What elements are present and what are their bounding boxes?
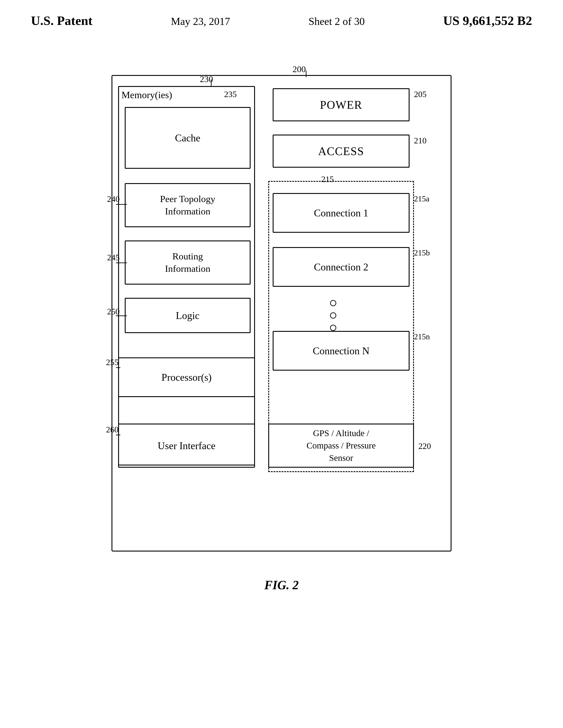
fig-caption: FIG. 2	[94, 578, 469, 592]
access-label: ACCESS	[318, 145, 364, 158]
connectionN-label: Connection N	[313, 345, 370, 357]
label-215: 215	[321, 174, 334, 184]
gps-box: GPS / Altitude /Compass / PressureSensor	[268, 424, 414, 468]
connectionN-box: Connection N	[273, 331, 410, 371]
label-205: 205	[414, 89, 427, 99]
dot-1	[330, 300, 336, 306]
label-250: 250	[107, 307, 120, 316]
patent-sheet: Sheet 2 of 30	[309, 15, 365, 27]
routing-box: RoutingInformation	[125, 240, 250, 285]
patent-left: U.S. Patent	[31, 13, 92, 28]
label-215a: 215a	[414, 194, 430, 203]
routing-label: RoutingInformation	[165, 250, 210, 275]
processor-label: Processor(s)	[161, 372, 211, 383]
cache-label: Cache	[175, 132, 200, 144]
power-label: POWER	[320, 98, 362, 111]
logic-label: Logic	[176, 310, 199, 321]
connection1-box: Connection 1	[273, 193, 410, 233]
dot-3	[330, 325, 336, 331]
arrow-240	[116, 204, 127, 205]
connection2-box: Connection 2	[273, 247, 410, 287]
user-interface-label: User Interface	[158, 440, 215, 452]
label-200: 200	[293, 64, 306, 74]
label-210: 210	[414, 136, 427, 145]
label-260: 260	[106, 425, 118, 434]
label-255: 255	[106, 357, 118, 367]
diagram-wrapper: 200 230 Memory(ies) 235 Cache Peer Topol…	[94, 57, 469, 609]
label-240: 240	[107, 194, 120, 204]
memory-label: Memory(ies)	[121, 89, 172, 101]
patent-date: May 23, 2017	[171, 15, 230, 27]
processor-box: Processor(s)	[118, 357, 255, 397]
peer-topology-label: Peer TopologyInformation	[160, 193, 215, 218]
peer-topology-box: Peer TopologyInformation	[125, 183, 250, 227]
label-235: 235	[224, 89, 237, 99]
gps-label: GPS / Altitude /Compass / PressureSensor	[307, 427, 376, 464]
connection1-label: Connection 1	[314, 207, 369, 219]
dot-2	[330, 312, 336, 319]
logic-box: Logic	[125, 298, 250, 333]
power-box: POWER	[273, 88, 410, 121]
label-215b: 215b	[414, 248, 430, 257]
arrow-260	[116, 435, 120, 435]
patent-number: US 9,661,552 B2	[443, 13, 532, 28]
label-245: 245	[107, 253, 120, 262]
user-interface-box: User Interface	[118, 424, 255, 468]
diagram-container: 200 230 Memory(ies) 235 Cache Peer Topol…	[44, 57, 519, 609]
label-215n: 215n	[414, 332, 430, 341]
label-220: 220	[418, 441, 431, 451]
dots-container	[330, 300, 336, 331]
access-box: ACCESS	[273, 135, 410, 168]
connection2-label: Connection 2	[314, 261, 369, 273]
arrow-250	[116, 315, 127, 316]
cache-box: Cache	[125, 107, 250, 169]
arrow-245	[116, 263, 127, 263]
arrow-255	[116, 367, 120, 368]
